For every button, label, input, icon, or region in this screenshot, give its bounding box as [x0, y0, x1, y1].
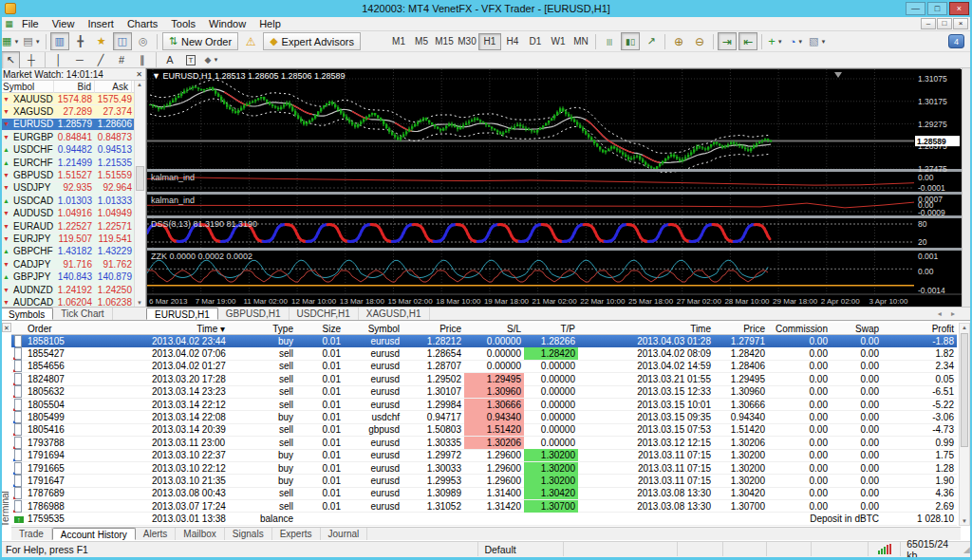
- menu-item-tools[interactable]: Tools: [164, 18, 202, 29]
- arrows-button[interactable]: ◆▼: [202, 51, 221, 69]
- menu-item-window[interactable]: Window: [202, 18, 252, 29]
- timeframe-w1[interactable]: W1: [547, 33, 570, 50]
- periods-button[interactable]: ◔▼: [787, 32, 806, 50]
- symbol-row-gbpchf[interactable]: ▲GBPCHF1.431821.43229: [0, 246, 135, 258]
- chart-tab-xagusd-h1[interactable]: XAGUSD,H1: [359, 308, 430, 320]
- column-profit-close[interactable]: Profit: [882, 324, 957, 334]
- menu-item-view[interactable]: View: [46, 18, 82, 29]
- expert-advisors-button[interactable]: ◆Expert Advisors: [263, 32, 361, 50]
- minimize-button[interactable]: —: [906, 2, 925, 15]
- new-order-button[interactable]: ⇅New Order: [162, 32, 238, 50]
- symbol-row-usdchf[interactable]: ▲USDCHF0.944820.94513: [0, 144, 135, 157]
- templates-button[interactable]: ▧▼: [808, 32, 827, 50]
- symbol-row-eurjpy[interactable]: ▼EURJPY119.507119.541: [0, 233, 135, 245]
- history-row[interactable]: 18054992013.03.14 22:08buy0.01usdchf0.94…: [11, 411, 957, 423]
- menu-item-help[interactable]: Help: [252, 18, 288, 29]
- timeframe-h1[interactable]: H1: [478, 33, 501, 50]
- history-row[interactable]: 18554272013.04.02 07:06sell0.01eurusd1.2…: [11, 347, 957, 360]
- column-bid[interactable]: Bid: [54, 81, 95, 93]
- column-time-close[interactable]: Time: [578, 324, 714, 334]
- column-symbol[interactable]: Symbol: [0, 81, 54, 93]
- zoom-in-button[interactable]: ⊕: [669, 32, 688, 50]
- tab-scroll-arrows[interactable]: ◂ ▸: [938, 309, 959, 318]
- terminal-tab-mailbox[interactable]: Mailbox: [176, 528, 224, 540]
- auto-scroll-button[interactable]: ⇥: [718, 32, 737, 50]
- text-button[interactable]: A: [160, 51, 179, 69]
- symbol-row-euraud[interactable]: ▼EURAUD1.225271.22571: [0, 220, 135, 233]
- symbol-row-audcad[interactable]: ▼AUDCAD1.062041.06238: [0, 296, 135, 307]
- timeframe-m15[interactable]: M15: [433, 33, 456, 50]
- column-price-close[interactable]: Price: [714, 324, 768, 334]
- terminal-tab-signals[interactable]: Signals: [225, 528, 272, 540]
- symbol-row-usdjpy[interactable]: ▼USDJPY92.93592.964: [0, 182, 135, 195]
- fibonacci-button[interactable]: #: [112, 51, 131, 69]
- balance-row[interactable]: ↑17595352013.03.01 13:38balanceDeposit i…: [11, 513, 957, 525]
- timeframe-h4[interactable]: H4: [501, 33, 524, 50]
- chart-minimize-button[interactable]: –: [921, 18, 936, 29]
- market-watch-scrollbar[interactable]: ▲ ▼: [134, 81, 145, 307]
- terminal-tab-trade[interactable]: Trade: [11, 528, 52, 540]
- history-row[interactable]: 17916652013.03.10 22:12buy0.01eurusd1.30…: [11, 462, 957, 475]
- column-type[interactable]: Type: [228, 324, 296, 334]
- history-row[interactable]: 18546562013.04.02 01:27sell0.01eurusd1.2…: [11, 361, 957, 373]
- history-row[interactable]: 18581052013.04.02 23:44buy0.01eurusd1.28…: [11, 335, 957, 347]
- profiles-button[interactable]: ▤▼: [22, 32, 41, 50]
- market-watch-close-icon[interactable]: ✕: [136, 70, 142, 79]
- symbol-row-xauusd[interactable]: ▼XAUUSD1574.881575.49: [0, 93, 135, 105]
- symbol-row-eurusd[interactable]: ▼EURUSD1.285791.28606: [0, 119, 135, 131]
- symbol-row-xagusd[interactable]: ▼XAGUSD27.28927.374: [0, 105, 135, 118]
- chart-tab-eurusd-h1[interactable]: EURUSD,H1: [146, 308, 218, 320]
- history-row[interactable]: 17869882013.03.07 17:24sell0.01eurusd1.3…: [11, 500, 957, 513]
- column-time[interactable]: Time ▾: [149, 324, 228, 334]
- column-symbol[interactable]: Symbol: [344, 324, 402, 334]
- history-row[interactable]: 18248072013.03.20 17:28sell0.01eurusd1.2…: [11, 373, 957, 385]
- chart-tab-usdchf-h1[interactable]: USDCHF,H1: [290, 308, 359, 320]
- timeframe-m5[interactable]: M5: [410, 33, 433, 50]
- chart-close-button[interactable]: ×: [953, 18, 968, 29]
- column-ask[interactable]: Ask: [95, 81, 132, 93]
- symbol-row-eurgbp[interactable]: ▼EURGBP0.848410.84873: [0, 131, 135, 143]
- column-order[interactable]: Order: [25, 324, 149, 334]
- trendline-button[interactable]: ╱: [91, 51, 110, 69]
- terminal-tab-account-history[interactable]: Account History: [52, 528, 136, 540]
- terminal-scrollbar[interactable]: ▲ ▼: [959, 323, 970, 526]
- vertical-line-button[interactable]: │: [49, 51, 68, 69]
- new-chart-button[interactable]: ▦▼: [1, 32, 20, 50]
- history-row[interactable]: 18055042013.03.14 22:12sell0.01eurusd1.2…: [11, 399, 957, 411]
- community-notifications-icon[interactable]: 4: [948, 34, 964, 48]
- text-label-button[interactable]: T: [181, 51, 200, 69]
- timeframe-d1[interactable]: D1: [524, 33, 547, 50]
- menu-item-insert[interactable]: Insert: [81, 18, 121, 29]
- column-swap-close[interactable]: Swap: [831, 324, 882, 334]
- column-tp[interactable]: T/P: [524, 324, 578, 334]
- terminal-button[interactable]: ◫: [113, 32, 132, 50]
- timeframe-m1[interactable]: M1: [387, 33, 410, 50]
- history-row[interactable]: 17916942013.03.10 22:37buy0.01eurusd1.29…: [11, 450, 957, 462]
- scroll-down-icon[interactable]: ▼: [962, 518, 967, 524]
- terminal-tab-journal[interactable]: Journal: [321, 528, 368, 540]
- history-row[interactable]: 18054162013.03.14 20:39sell0.01gbpusd1.5…: [11, 424, 957, 437]
- history-row[interactable]: 17876892013.03.08 00:43sell0.01eurusd1.3…: [11, 488, 957, 500]
- strategy-tester-button[interactable]: ◎: [134, 32, 153, 50]
- symbol-row-audusd[interactable]: ▼AUDUSD1.049161.04949: [0, 208, 135, 220]
- column-commission-close[interactable]: Commission: [768, 324, 831, 334]
- data-window-button[interactable]: ╋: [71, 32, 90, 50]
- symbol-row-cadjpy[interactable]: ▼CADJPY91.71691.762: [0, 258, 135, 271]
- important-notice-icon[interactable]: ⚠: [241, 32, 260, 50]
- scroll-up-icon[interactable]: ▲: [137, 82, 142, 87]
- status-profile[interactable]: Default: [478, 542, 564, 556]
- symbol-row-audnzd[interactable]: ▼AUDNZD1.241921.24250: [0, 284, 135, 296]
- close-button[interactable]: ×: [949, 2, 969, 15]
- terminal-tab-experts[interactable]: Experts: [272, 528, 321, 540]
- scrollbar-thumb[interactable]: [136, 166, 144, 191]
- chart-tab-gbpusd-h1[interactable]: GBPUSD,H1: [218, 308, 290, 320]
- navigator-button[interactable]: ★: [92, 32, 111, 50]
- menu-item-charts[interactable]: Charts: [121, 18, 164, 29]
- scroll-down-icon[interactable]: ▼: [137, 300, 142, 306]
- symbol-row-eurchf[interactable]: ▲EURCHF1.214991.21535: [0, 157, 135, 169]
- timeframe-mn[interactable]: MN: [570, 33, 592, 50]
- history-row[interactable]: 17937882013.03.11 23:00sell0.01eurusd1.3…: [11, 437, 957, 449]
- line-chart-button[interactable]: ↗: [642, 32, 661, 50]
- scrollbar-thumb[interactable]: [961, 333, 968, 447]
- scroll-up-icon[interactable]: ▲: [962, 325, 967, 330]
